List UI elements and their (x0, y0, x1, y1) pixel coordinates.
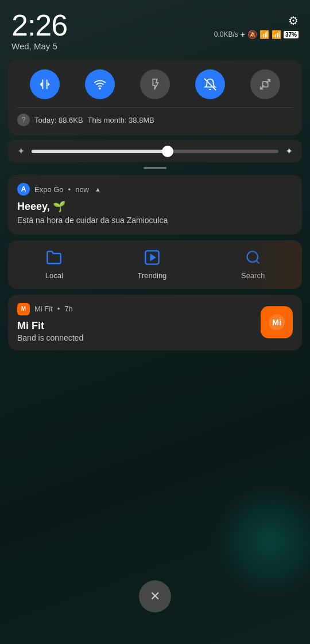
svg-point-0 (99, 88, 100, 89)
data-usage: ? Today: 88.6KB This month: 38.8MB (17, 107, 293, 126)
folder-icon (46, 249, 62, 269)
data-usage-icon: ? (17, 114, 30, 126)
battery-level: 37% (284, 31, 299, 38)
flashlight-toggle[interactable] (140, 69, 170, 99)
brightness-high-icon: ✦ (285, 146, 293, 157)
status-bar: 2:26 Wed, May 5 ⚙ 0.0KB/s + 🔕 📶 📶 37% (0, 0, 310, 56)
svg-line-1 (204, 79, 216, 90)
trending-icon (144, 249, 160, 269)
bell-toggle[interactable] (195, 69, 225, 99)
mifit-notif-time: 7h (64, 305, 72, 313)
quick-settings-panel: ? Today: 88.6KB This month: 38.8MB (8, 60, 302, 135)
local-label: Local (45, 271, 63, 280)
video-action-trending[interactable]: Trending (126, 246, 179, 283)
svg-text:Mi: Mi (272, 318, 281, 327)
expo-app-icon: A (17, 183, 30, 196)
quick-toggles (17, 69, 293, 99)
status-icons: 0.0KB/s + 🔕 📶 📶 37% (214, 30, 299, 39)
brightness-slider[interactable]: ✦ ✦ (8, 140, 302, 162)
mifit-large-icon: Mi (261, 306, 293, 338)
drag-pill (144, 167, 166, 169)
mifit-notification[interactable]: M Mi Fit • 7h Mi Fit Band is connected M… (8, 295, 302, 350)
status-bar-left: 2:26 Wed, May 5 (11, 10, 67, 51)
notif-separator-2: • (57, 305, 60, 313)
wifi-toggle[interactable] (85, 69, 115, 99)
mifit-app-name: Mi Fit (34, 305, 53, 313)
video-notif-actions: Local Trending Search (8, 240, 302, 289)
mifit-title: Mi Fit (17, 320, 83, 332)
close-button[interactable]: ✕ (139, 580, 171, 612)
mifit-content: M Mi Fit • 7h Mi Fit Band is connected (17, 303, 83, 342)
status-bar-right: ⚙ 0.0KB/s + 🔕 📶 📶 37% (214, 10, 299, 39)
expo-notif-header: A Expo Go • now ▲ (17, 183, 293, 196)
bluetooth-icon: + (241, 30, 245, 39)
expo-notif-body: Está na hora de cuidar da sua Zamioculca (17, 215, 293, 227)
mifit-body: Band is connected (17, 333, 83, 342)
brightness-fill (32, 150, 168, 153)
expand-icon: ▲ (95, 186, 101, 193)
mifit-header: M Mi Fit • 7h (17, 303, 83, 315)
close-icon: ✕ (150, 589, 160, 604)
video-action-search[interactable]: Search (230, 246, 276, 283)
notif-separator-1: • (68, 185, 71, 194)
brightness-track[interactable] (32, 150, 278, 153)
expo-notif-time: now (75, 185, 89, 194)
mifit-app-icon-small: M (17, 303, 30, 315)
settings-icon[interactable]: ⚙ (288, 14, 299, 28)
clock: 2:26 (11, 10, 67, 40)
brightness-thumb[interactable] (162, 146, 173, 157)
video-notif-card: Local Trending Search (8, 240, 302, 289)
screenshot-toggle[interactable] (250, 69, 280, 99)
trending-label: Trending (138, 271, 167, 280)
wifi-status-icon: 📶 (272, 30, 281, 39)
close-button-container: ✕ (139, 580, 171, 612)
date-label: Wed, May 5 (11, 41, 67, 51)
expo-notif-title: Heeey, 🌱 (17, 200, 293, 213)
expo-notification[interactable]: A Expo Go • now ▲ Heeey, 🌱 Está na hora … (8, 175, 302, 235)
brightness-low-icon: ✦ (17, 146, 25, 157)
network-speed: 0.0KB/s (214, 30, 238, 38)
mobile-data-toggle[interactable] (30, 69, 60, 99)
today-usage: Today: 88.6KB (34, 116, 83, 124)
silent-icon: 🔕 (247, 30, 257, 39)
svg-point-7 (247, 251, 258, 262)
expo-app-name: Expo Go (34, 185, 64, 194)
month-usage: This month: 38.8MB (88, 116, 154, 124)
drag-handle (0, 167, 310, 169)
video-action-local[interactable]: Local (34, 246, 75, 283)
search-icon (245, 249, 261, 269)
svg-marker-6 (151, 255, 155, 260)
search-label: Search (241, 271, 265, 280)
svg-line-8 (256, 260, 259, 263)
signal-icon: 📶 (259, 30, 269, 39)
